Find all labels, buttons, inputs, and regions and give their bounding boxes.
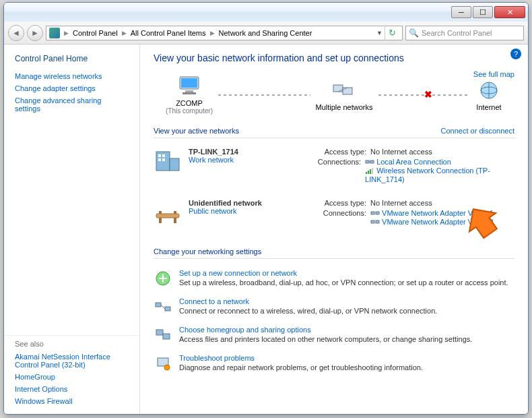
callout-arrow-icon: [462, 204, 502, 240]
search-input[interactable]: 🔍 Search Control Panel: [405, 26, 524, 40]
dropdown-button[interactable]: ▼: [376, 30, 383, 36]
network-type-link[interactable]: Work network: [189, 156, 238, 164]
svg-rect-1: [181, 78, 197, 88]
active-networks-header: View your active networks Connect or dis…: [154, 127, 514, 138]
svg-rect-22: [372, 168, 373, 174]
control-panel-home-link[interactable]: Control Panel Home: [4, 51, 139, 70]
connect-disconnect-link[interactable]: Connect or disconnect: [441, 127, 514, 135]
sidebar-link-adapter[interactable]: Change adapter settings: [4, 82, 139, 94]
svg-rect-27: [174, 218, 176, 223]
connect-icon: [154, 297, 172, 316]
breadcrumb-item[interactable]: Network and Sharing Center: [219, 29, 312, 37]
control-panel-icon: [49, 28, 60, 38]
connections-label: Connections:: [308, 209, 370, 227]
lan-icon: [370, 218, 380, 227]
svg-rect-12: [162, 154, 165, 157]
svg-rect-17: [370, 160, 374, 163]
connection-link-lan[interactable]: Local Area Connection: [365, 158, 514, 167]
svg-rect-36: [156, 330, 163, 335]
svg-rect-24: [159, 211, 162, 214]
map-connector: ✖: [378, 94, 471, 96]
see-also-header: See also: [4, 335, 139, 351]
breadcrumb-sep: ▶: [64, 30, 69, 36]
svg-point-39: [164, 365, 170, 370]
svg-rect-37: [163, 334, 170, 339]
signal-icon: [365, 167, 374, 175]
svg-rect-31: [376, 220, 379, 223]
connections-label: Connections:: [308, 158, 365, 183]
svg-rect-13: [158, 158, 161, 161]
network-name: Unidentified network: [189, 199, 262, 207]
svg-rect-15: [170, 158, 179, 171]
main-content: ? View your basic network information an…: [140, 44, 528, 414]
svg-rect-4: [333, 85, 343, 92]
forward-button[interactable]: ►: [27, 25, 43, 41]
refresh-button[interactable]: ↻: [385, 26, 399, 40]
setting-link[interactable]: Choose homegroup and sharing options: [179, 326, 472, 334]
seealso-link[interactable]: Windows Firewall: [4, 395, 139, 407]
public-network-icon: [154, 199, 182, 227]
settings-header: Change your networking settings: [154, 247, 514, 259]
address-bar[interactable]: ▶ Control Panel ▶ All Control Panel Item…: [46, 26, 403, 40]
setting-desc: Access files and printers located on oth…: [179, 335, 472, 343]
search-placeholder: Search Control Panel: [422, 29, 492, 37]
access-type-value: No Internet access: [370, 148, 432, 156]
map-node-label: Internet: [475, 103, 502, 111]
homegroup-icon: [154, 326, 172, 345]
map-node-sublabel: (This computer): [166, 107, 213, 115]
connection-link-wireless[interactable]: Wireless Network Connection (TP-LINK_171…: [365, 167, 514, 183]
setting-desc: Set up a wireless, broadband, dial-up, a…: [179, 278, 508, 287]
network-name: TP-LINK_1714: [189, 148, 238, 156]
seealso-link[interactable]: Internet Options: [4, 383, 139, 395]
lan-icon: [365, 158, 374, 167]
setting-link[interactable]: Troubleshoot problems: [179, 354, 423, 362]
access-type-label: Access type:: [308, 199, 370, 207]
setting-item-setup: Set up a new connection or network Set u…: [154, 264, 514, 293]
network-item: TP-LINK_1714 Work network Access type: N…: [154, 144, 514, 195]
sidebar-link-sharing[interactable]: Change advanced sharing settings: [4, 94, 139, 115]
disconnect-x-icon: ✖: [424, 89, 432, 100]
setup-icon: [154, 269, 172, 288]
svg-rect-20: [368, 171, 369, 174]
close-button[interactable]: ✕: [494, 6, 525, 18]
svg-rect-16: [366, 160, 369, 163]
breadcrumb-item[interactable]: Control Panel: [73, 29, 118, 37]
map-connector: [218, 94, 310, 96]
setting-link[interactable]: Connect to a network: [179, 297, 437, 305]
setting-link[interactable]: Set up a new connection or network: [179, 269, 508, 277]
lan-icon: [370, 210, 380, 218]
svg-rect-29: [376, 212, 379, 214]
map-node-label: ZCOMP: [166, 99, 213, 107]
seealso-link[interactable]: HomeGroup: [4, 371, 139, 383]
navbar: ◄ ► ▶ Control Panel ▶ All Control Panel …: [4, 22, 528, 44]
network-map: ZCOMP (This computer) Multiple networks …: [154, 73, 514, 117]
svg-line-35: [161, 305, 165, 309]
sidebar: Control Panel Home Manage wireless netwo…: [4, 44, 140, 414]
svg-rect-33: [156, 303, 161, 307]
access-type-value: No Internet access: [370, 199, 432, 207]
seealso-link[interactable]: Akamai NetSession Interface Control Pane…: [4, 351, 139, 371]
computer-icon: [176, 76, 203, 97]
help-icon[interactable]: ?: [510, 49, 521, 59]
titlebar: ─ ☐ ✕: [4, 3, 528, 22]
svg-rect-30: [371, 220, 374, 223]
window: ─ ☐ ✕ ◄ ► ▶ Control Panel ▶ All Control …: [3, 2, 529, 415]
network-icon: [331, 80, 358, 101]
setting-item-troubleshoot: Troubleshoot problems Diagnose and repai…: [154, 349, 514, 378]
network-item: Unidentified network Public network Acce…: [154, 195, 514, 238]
sidebar-link-wireless[interactable]: Manage wireless networks: [4, 70, 139, 82]
network-type-link[interactable]: Public network: [189, 207, 262, 215]
minimize-button[interactable]: ─: [451, 6, 471, 18]
setting-item-connect: Connect to a network Connect or reconnec…: [154, 293, 514, 321]
maximize-button[interactable]: ☐: [473, 6, 493, 18]
setting-item-homegroup: Choose homegroup and sharing options Acc…: [154, 321, 514, 349]
svg-rect-14: [162, 158, 165, 161]
svg-rect-34: [165, 307, 170, 311]
see-full-map-link[interactable]: See full map: [473, 70, 514, 78]
svg-rect-23: [156, 214, 179, 218]
back-button[interactable]: ◄: [8, 25, 24, 41]
svg-rect-3: [182, 92, 196, 94]
svg-rect-19: [366, 172, 367, 174]
search-icon: 🔍: [409, 28, 419, 38]
breadcrumb-item[interactable]: All Control Panel Items: [131, 29, 206, 37]
